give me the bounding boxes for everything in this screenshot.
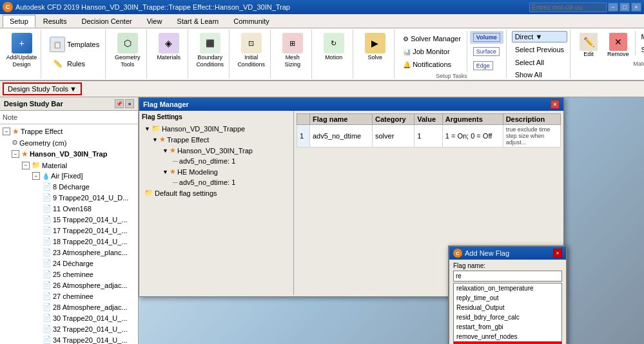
- suggestion-relaxation[interactable]: relaxation_on_temperature: [454, 283, 561, 293]
- close-button[interactable]: ×: [631, 3, 641, 12]
- materials-button[interactable]: ◈ Materials: [153, 31, 184, 63]
- tree-item-11oven[interactable]: 📄 11 Oven168: [1, 203, 137, 214]
- tree-item-8decharge[interactable]: 📄 8 Décharge: [1, 181, 137, 192]
- suggestion-residual-output[interactable]: Residual_Output: [454, 303, 561, 312]
- edit-icon: ✏️: [580, 33, 598, 51]
- tab-setup[interactable]: Setup: [3, 15, 35, 28]
- edge-button[interactable]: Edge: [470, 59, 503, 72]
- show-all-button[interactable]: Show All: [512, 69, 567, 81]
- tree-item-trappe-effect[interactable]: − ★ Trappe Effect: [1, 126, 137, 137]
- tab-view[interactable]: View: [140, 15, 170, 28]
- mesh-sizing-button[interactable]: ⊞ MeshSizing: [279, 31, 306, 70]
- tab-start-learn[interactable]: Start & Learn: [170, 15, 226, 28]
- tree-item-23atm[interactable]: 📄 23 Atmosphere_planc...: [1, 247, 137, 258]
- add-update-design-button[interactable]: + Add/UpdateDesign: [3, 31, 41, 70]
- search-input[interactable]: [529, 3, 607, 12]
- air-icon: 💧: [42, 173, 50, 180]
- doc-icon-1: 📄: [43, 182, 52, 191]
- flag-tree-hanson-trap[interactable]: ▼ ★ Hanson_VD_30IN_Trap: [142, 145, 291, 156]
- tab-results[interactable]: Results: [36, 15, 74, 28]
- job-monitor-button[interactable]: 📊 Job Monitor: [400, 46, 464, 57]
- 17trappe-label: 17 Trappe20_014_U_...: [53, 227, 128, 234]
- tree-item-28atm[interactable]: 📄 28 Atmosphere_adjac...: [1, 301, 137, 312]
- volume-button[interactable]: Volume: [470, 31, 503, 44]
- suggestion-reply[interactable]: reply_time_out: [454, 293, 561, 303]
- suggestion-remove-unref[interactable]: remove_unref_nodes: [454, 332, 561, 341]
- boundary-conditions-button[interactable]: ⬛ BoundaryConditions: [193, 31, 227, 70]
- tree-item-air[interactable]: − 💧 Air [Fixed]: [1, 171, 137, 181]
- flag-manager-close-button[interactable]: ×: [551, 100, 560, 109]
- job-monitor-label: Job Monitor: [413, 48, 449, 55]
- rules-button[interactable]: 📏 Rules: [46, 54, 102, 73]
- initial-conditions-button[interactable]: ⊡ InitialConditions: [234, 31, 268, 70]
- tree-item-hanson-trap[interactable]: − ★ Hanson_VD_30IN_Trap: [1, 148, 137, 160]
- tree-item-geometry[interactable]: ⚙ Geometry (cm): [1, 137, 137, 148]
- tree-item-24decharge[interactable]: 📄 24 Décharge: [1, 258, 137, 269]
- flag-tree-default[interactable]: 📁 Default flag settings: [142, 187, 291, 198]
- scenario-environment-button[interactable]: Scenario Environment: [638, 44, 644, 55]
- ribbon-group-materials: ◈ Materials: [150, 30, 188, 79]
- edit-button[interactable]: ✏️ Edit: [576, 31, 601, 59]
- tree-expand-hanson[interactable]: −: [12, 150, 19, 158]
- tree-item-17trappe[interactable]: 📄 17 Trappe20_014_U_...: [1, 225, 137, 236]
- suggestion-resid-bdry[interactable]: resid_bdry_force_calc: [454, 312, 561, 322]
- flag-tree-hanson-trappe[interactable]: ▼ 📁 Hanson_VD_30IN_Trappe: [142, 123, 291, 134]
- motion-button[interactable]: ↻ Motion: [320, 31, 347, 63]
- solve-button[interactable]: ▶ Solve: [362, 31, 389, 63]
- flag-expand-2[interactable]: ▼: [152, 137, 158, 143]
- maximize-button[interactable]: □: [620, 3, 630, 12]
- select-all-button[interactable]: Select All: [512, 57, 567, 68]
- geometry-tree-label: Geometry (cm): [19, 139, 66, 147]
- add-flag-title-bar: C Add New Flag ×: [449, 247, 566, 260]
- flag-tree-trappe-effect[interactable]: ▼ ★ Trappe Effect: [142, 134, 291, 145]
- suggestion-resid-heat[interactable]: resid_heat_flux_calc: [454, 341, 561, 344]
- left-panel-pin-button[interactable]: 📌: [115, 99, 124, 108]
- tree-expand-air[interactable]: −: [32, 172, 40, 180]
- flag-expand-1[interactable]: ▼: [144, 126, 150, 132]
- flag-name-input[interactable]: [453, 271, 562, 282]
- flag-expand-3[interactable]: ▼: [162, 148, 168, 154]
- select-previous-button[interactable]: Select Previous: [512, 44, 567, 55]
- remove-button[interactable]: ✕ Remove: [604, 31, 632, 59]
- minimize-button[interactable]: −: [608, 3, 618, 12]
- tree-expand[interactable]: −: [3, 128, 10, 135]
- ribbon-group-setup-tasks: ⚙ Solver Manager 📊 Job Monitor 🔔 Notific…: [397, 30, 507, 79]
- templates-button[interactable]: 📋 Templates: [46, 35, 102, 54]
- material-editor-button[interactable]: Material Editor: [638, 31, 644, 43]
- material-editor-label: Material Editor: [641, 33, 644, 41]
- tree-item-34trappe[interactable]: 📄 34 Trappe20_014_U_...: [1, 334, 137, 344]
- 25cheminee-label: 25 cheminee: [53, 271, 93, 278]
- left-panel-close-button[interactable]: ×: [125, 99, 134, 108]
- doc-icon-15: 📄: [43, 336, 52, 344]
- 24decharge-label: 24 Décharge: [53, 260, 93, 267]
- tab-decision-center[interactable]: Decision Center: [74, 15, 139, 28]
- tree-item-material[interactable]: − 📁 Material: [1, 160, 137, 171]
- flag-tree-he-modeling[interactable]: ▼ ★ HE Modeling: [142, 166, 291, 177]
- surface-button[interactable]: Surface: [470, 45, 503, 58]
- tree-item-27cheminee[interactable]: 📄 27 cheminee: [1, 291, 137, 301]
- flag-tree-adv5-2[interactable]: ─ adv5_no_dtime: 1: [142, 177, 291, 187]
- flag-expand-4[interactable]: ▼: [162, 169, 168, 175]
- design-study-tools-button[interactable]: Design Study Tools ▼: [3, 82, 82, 95]
- solver-manager-button[interactable]: ⚙ Solver Manager: [400, 33, 464, 44]
- tab-community[interactable]: Community: [226, 15, 277, 28]
- tree-item-26atm[interactable]: 📄 26 Atmosphere_adjac...: [1, 280, 137, 291]
- flag-tree-adv5-1[interactable]: ─ adv5_no_dtime: 1: [142, 156, 291, 166]
- add-flag-close-button[interactable]: ×: [553, 249, 562, 258]
- tree-item-30trappe[interactable]: 📄 30 Trappe20_014_U_...: [1, 312, 137, 323]
- tree-expand-material[interactable]: −: [22, 162, 30, 169]
- notifications-button[interactable]: 🔔 Notifications: [400, 59, 464, 70]
- direct-arrow: ▼: [535, 33, 542, 41]
- tree-item-32trappe[interactable]: 📄 32 Trappe20_014_U_...: [1, 323, 137, 334]
- geometry-tools-button[interactable]: ⬡ GeometryTools: [112, 31, 144, 70]
- tree-item-25cheminee[interactable]: 📄 25 cheminee: [1, 269, 137, 280]
- tree-item-15trappe[interactable]: 📄 15 Trappe20_014_U_...: [1, 214, 137, 225]
- suggestion-restart[interactable]: restart_from_gbi: [454, 322, 561, 332]
- flag-row-1[interactable]: 1 adv5_no_dtime solver 1 1 = On; 0 = Off…: [297, 125, 561, 148]
- tree-item-9trappe[interactable]: 📄 9 Trappe20_014_U_D...: [1, 192, 137, 203]
- boundary-icon: ⬛: [200, 33, 220, 53]
- geometry-icon: ⬡: [117, 33, 138, 53]
- tree-item-18trappe[interactable]: 📄 18 Trappe20_014_U_...: [1, 236, 137, 247]
- direct-label: Direct: [515, 33, 534, 41]
- direct-button[interactable]: Direct ▼: [512, 31, 567, 43]
